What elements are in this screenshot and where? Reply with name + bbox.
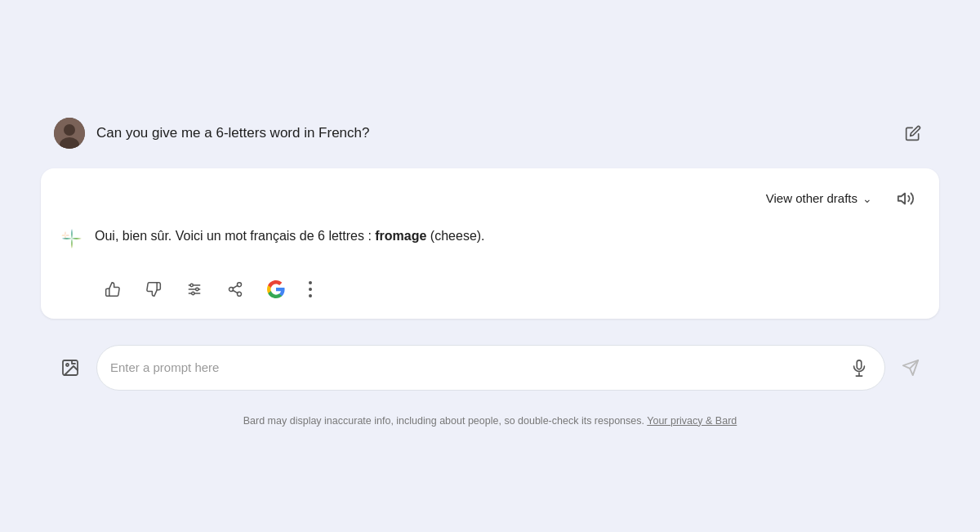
input-area [41,338,939,397]
user-message-text: Can you give me a 6-letters word in Fren… [96,125,370,141]
google-g-icon [266,279,286,299]
tune-icon [186,281,203,297]
action-row [60,276,920,302]
edit-icon [905,125,921,141]
more-icon [309,281,312,297]
privacy-link[interactable]: Your privacy & Bard [647,415,737,427]
image-upload-icon [60,358,80,378]
svg-point-19 [66,364,69,366]
google-search-button[interactable] [263,276,289,302]
mic-button[interactable] [847,355,871,380]
footer: Bard may display inaccurate info, includ… [41,410,939,430]
svg-marker-3 [898,193,905,203]
svg-point-17 [309,294,312,297]
footer-text: Bard may display inaccurate info, includ… [243,415,644,427]
response-header: View other drafts ⌄ [60,185,920,212]
user-message-left: Can you give me a 6-letters word in Fren… [54,118,370,149]
send-button[interactable] [895,352,926,383]
edit-message-button[interactable] [900,120,926,146]
read-aloud-button[interactable] [892,185,920,212]
speaker-icon [897,190,915,208]
thumbs-up-button[interactable] [100,276,126,302]
response-text-before: Oui, bien sûr. Voici un mot français de … [95,229,375,243]
more-options-button[interactable] [304,276,317,302]
svg-point-1 [64,124,75,136]
chevron-down-icon: ⌄ [862,192,872,205]
avatar [54,118,85,149]
thumbs-down-icon [145,281,162,297]
mic-icon [850,359,868,377]
response-text-bold: fromage [375,229,426,243]
svg-point-16 [309,288,312,291]
prompt-input[interactable] [110,360,839,374]
gemini-star-icon [60,227,83,253]
prompt-input-wrapper [96,345,885,391]
svg-point-8 [196,288,198,290]
send-icon [902,359,920,377]
user-message-row: Can you give me a 6-letters word in Fren… [41,111,939,155]
response-card: View other drafts ⌄ [41,168,939,319]
image-upload-button[interactable] [54,351,87,384]
view-drafts-label: View other drafts [766,191,858,205]
svg-rect-20 [857,360,862,369]
tune-button[interactable] [181,276,207,302]
response-text-after: (cheese). [426,229,484,243]
svg-point-15 [309,281,312,284]
share-button[interactable] [222,276,248,302]
view-other-drafts-button[interactable]: View other drafts ⌄ [760,188,879,208]
svg-point-7 [190,284,193,286]
svg-point-9 [192,292,194,294]
thumbs-up-icon [105,281,121,297]
response-body: Oui, bien sûr. Voici un mot français de … [60,226,920,253]
response-text: Oui, bien sûr. Voici un mot français de … [95,226,485,247]
svg-line-13 [233,290,238,293]
svg-line-14 [233,285,238,288]
share-icon [227,281,243,297]
chat-container: Can you give me a 6-letters word in Fren… [41,95,939,438]
thumbs-down-button[interactable] [140,276,167,302]
